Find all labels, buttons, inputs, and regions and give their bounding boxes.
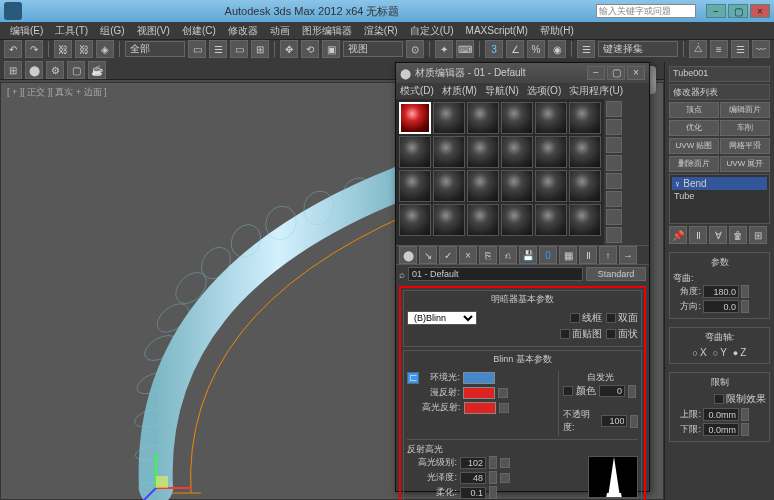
med-menu-mode[interactable]: 模式(D) (400, 84, 434, 98)
mod-set-b0[interactable]: 编辑面片 (720, 102, 770, 118)
stack-item-bend[interactable]: ♀ Bend (672, 177, 767, 190)
axis-z-radio[interactable]: ● Z (733, 347, 747, 358)
rotate-button[interactable]: ⟲ (301, 40, 319, 58)
selfillum-input[interactable] (599, 385, 625, 397)
soften-input[interactable] (460, 487, 486, 499)
menu-views[interactable]: 视图(V) (131, 24, 176, 38)
menu-create[interactable]: 创建(C) (176, 24, 222, 38)
material-slot[interactable] (433, 170, 465, 202)
video-check-button[interactable] (606, 173, 622, 189)
material-slot[interactable] (501, 204, 533, 236)
wire-check[interactable] (570, 313, 580, 323)
axis-x-radio[interactable]: ○ X (693, 347, 707, 358)
assign-button[interactable]: ✓ (439, 246, 457, 264)
pin-stack-button[interactable]: 📌 (669, 226, 687, 244)
stack-item-tube[interactable]: Tube (672, 190, 767, 202)
put-to-scene-button[interactable]: ↘ (419, 246, 437, 264)
material-editor-titlebar[interactable]: ⬤ 材质编辑器 - 01 - Default − ▢ × (396, 63, 649, 83)
modifier-stack[interactable]: ♀ Bend Tube (669, 174, 770, 224)
material-slot[interactable] (467, 170, 499, 202)
named-sel-button[interactable]: ☰ (577, 40, 595, 58)
direction-spinner[interactable] (741, 300, 749, 313)
render-button[interactable]: ☕ (88, 61, 106, 79)
selection-filter[interactable]: 全部 (125, 41, 185, 57)
mirror-button[interactable]: ⧊ (689, 40, 707, 58)
menu-graph[interactable]: 图形编辑器 (296, 24, 358, 38)
lower-limit-input[interactable] (703, 423, 739, 436)
shader-dropdown[interactable]: (B)Blinn (407, 311, 477, 325)
keyboard-button[interactable]: ⌨ (456, 40, 474, 58)
material-slot[interactable] (569, 102, 601, 134)
named-sel-set[interactable]: 键速择集 (598, 41, 678, 57)
link-button[interactable]: ⛓ (54, 40, 72, 58)
make-copy-button[interactable]: ⎘ (479, 246, 497, 264)
remove-mod-button[interactable]: 🗑 (729, 226, 747, 244)
diffuse-map-button[interactable] (498, 388, 508, 398)
upper-limit-input[interactable] (703, 408, 739, 421)
material-slot[interactable] (569, 204, 601, 236)
material-type-button[interactable]: Standard (586, 267, 646, 281)
mod-set-a0[interactable]: 顶点 (669, 102, 719, 118)
scale-button[interactable]: ▣ (322, 40, 340, 58)
viewport-label[interactable]: [ + ][ 正交 ][ 真实 + 边面 ] (7, 86, 107, 99)
material-slot[interactable] (535, 170, 567, 202)
material-slot[interactable] (535, 204, 567, 236)
angle-input[interactable] (703, 285, 739, 298)
twosided-check[interactable] (606, 313, 616, 323)
angle-snap-button[interactable]: ∠ (506, 40, 524, 58)
bent-tube-object[interactable] (51, 123, 411, 500)
configure-button[interactable]: ⊞ (749, 226, 767, 244)
show-end-button[interactable]: Ⅱ (579, 246, 597, 264)
mod-set-a1[interactable]: 优化 (669, 120, 719, 136)
menu-render[interactable]: 渲染(R) (358, 24, 404, 38)
bind-button[interactable]: ◈ (96, 40, 114, 58)
pick-icon[interactable]: ⌕ (399, 269, 405, 280)
show-result-button[interactable]: Ⅱ (689, 226, 707, 244)
preview-button[interactable] (606, 191, 622, 207)
unique-button[interactable]: ∀ (709, 226, 727, 244)
mod-set-a3[interactable]: 删除面片 (669, 156, 719, 172)
render-setup-button[interactable]: ⚙ (46, 61, 64, 79)
go-parent-button[interactable]: ↑ (599, 246, 617, 264)
undo-button[interactable]: ↶ (4, 40, 22, 58)
material-editor-button[interactable]: ⬤ (25, 61, 43, 79)
menu-group[interactable]: 组(G) (94, 24, 130, 38)
redo-button[interactable]: ↷ (25, 40, 43, 58)
material-name-field[interactable] (408, 267, 583, 281)
menu-help[interactable]: 帮助(H) (534, 24, 580, 38)
spinner-snap-button[interactable]: ◉ (548, 40, 566, 58)
menu-tools[interactable]: 工具(T) (49, 24, 94, 38)
material-slot[interactable] (399, 136, 431, 168)
minimize-button[interactable]: − (706, 4, 726, 18)
menu-animation[interactable]: 动画 (264, 24, 296, 38)
material-slot[interactable] (467, 204, 499, 236)
facemap-check[interactable] (560, 329, 570, 339)
menu-edit[interactable]: 编辑(E) (4, 24, 49, 38)
move-button[interactable]: ✥ (280, 40, 298, 58)
material-slot[interactable] (535, 136, 567, 168)
menu-modifiers[interactable]: 修改器 (222, 24, 264, 38)
material-slot[interactable] (399, 170, 431, 202)
center-button[interactable]: ⊙ (406, 40, 424, 58)
selfillum-color-check[interactable] (563, 386, 573, 396)
med-menu-util[interactable]: 实用程序(U) (569, 84, 623, 98)
maximize-button[interactable]: ▢ (728, 4, 748, 18)
mod-set-b2[interactable]: 网格平滑 (720, 138, 770, 154)
manipulate-button[interactable]: ✦ (435, 40, 453, 58)
specular-map-button[interactable] (499, 403, 509, 413)
window-crossing-button[interactable]: ⊞ (251, 40, 269, 58)
help-search[interactable]: 输入关键字或问题 (596, 4, 696, 18)
sample-uv-button[interactable] (606, 155, 622, 171)
object-name-field[interactable]: Tube001 (669, 66, 770, 82)
limit-effect-check[interactable] (714, 394, 724, 404)
mod-set-b1[interactable]: 车削 (720, 120, 770, 136)
faceted-check[interactable] (606, 329, 616, 339)
material-slot[interactable] (501, 170, 533, 202)
select-region-button[interactable]: ▭ (230, 40, 248, 58)
material-slot[interactable] (501, 136, 533, 168)
ref-coord-system[interactable]: 视图 (343, 41, 403, 57)
select-button[interactable]: ▭ (188, 40, 206, 58)
render-frame-button[interactable]: ▢ (67, 61, 85, 79)
select-name-button[interactable]: ☰ (209, 40, 227, 58)
med-menu-navigate[interactable]: 导航(N) (485, 84, 519, 98)
